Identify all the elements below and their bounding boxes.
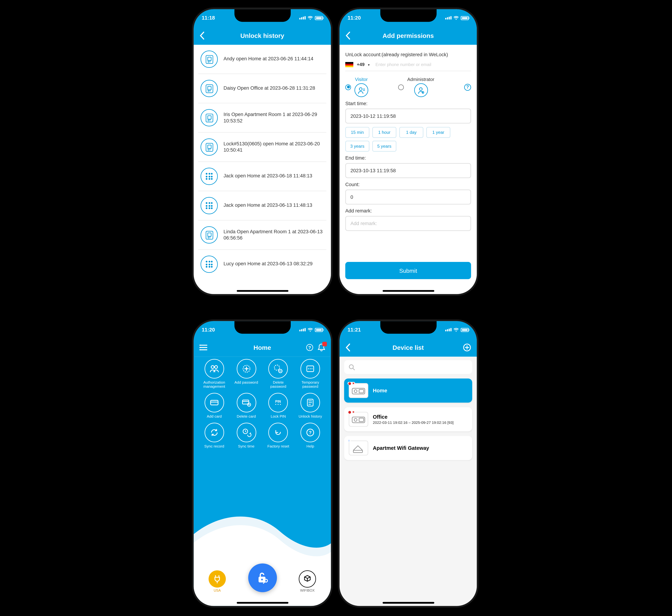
history-row[interactable]: Jack open Home at 2023-06-13 11:48:13 <box>198 191 326 221</box>
count-label: Count: <box>345 181 471 187</box>
submit-button[interactable]: Submit <box>345 262 471 279</box>
admin-icon <box>414 83 428 97</box>
home-indicator <box>236 602 288 604</box>
status-time: 11:21 <box>347 327 361 333</box>
device-card[interactable]: ⬤ ✖Office2022-03-11 19:02:16 – 2025-09-2… <box>344 407 472 431</box>
menu-button[interactable] <box>199 338 207 357</box>
feature-addpwd[interactable]: Add password <box>231 359 261 389</box>
svg-point-19 <box>275 404 276 405</box>
feature-syncrec[interactable]: Sync record <box>199 423 229 448</box>
back-button[interactable] <box>199 26 204 45</box>
duration-chip[interactable]: 5 years <box>372 141 396 152</box>
history-list[interactable]: Andy open Home at 2023-06-26 11:44:14Dai… <box>194 45 331 279</box>
device-sub: 2022-03-11 19:02:16 – 2025-09-27 19:02:1… <box>373 420 454 425</box>
chevron-left-icon <box>345 343 350 351</box>
phone-input[interactable]: Enter phone number or email <box>375 62 431 67</box>
notification-button[interactable] <box>318 343 325 351</box>
end-time-field[interactable]: 2023-10-13 11:19:58 <box>345 163 471 178</box>
notch <box>380 9 436 22</box>
auth-icon <box>204 359 224 379</box>
svg-point-30 <box>349 364 353 368</box>
back-button[interactable] <box>345 26 350 45</box>
device-card[interactable]: ⬤ ✖Home <box>344 378 472 403</box>
duration-chip[interactable]: 1 day <box>399 127 423 138</box>
country-code: +49 <box>357 62 365 67</box>
history-row[interactable]: Iris Open Apartment Room 1 at 2023-06-29… <box>198 103 326 133</box>
battery-icon <box>315 16 323 20</box>
svg-text:PIN: PIN <box>275 400 281 404</box>
role-admin[interactable]: Administrator <box>398 77 434 97</box>
lock-key-icon <box>255 570 270 585</box>
feature-grid: Authorization managementAdd passwordDele… <box>194 357 331 448</box>
feature-auth[interactable]: Authorization management <box>199 359 229 389</box>
remark-field[interactable]: Add remark: <box>345 216 471 231</box>
bottom-right-button[interactable]: WIFIBOX <box>299 570 316 592</box>
history-row[interactable]: Linda Open Apartment Room 1 at 2023-06-1… <box>198 221 326 250</box>
svg-text:?: ? <box>309 430 312 435</box>
device-name: Office <box>373 414 454 420</box>
battery-icon <box>315 328 323 332</box>
device-card[interactable]: ᚼApartmet Wifi Gateway <box>344 436 472 460</box>
history-row[interactable]: Daisy Open Office at 2023-06-28 11:31:28 <box>198 74 326 103</box>
help-icon[interactable]: ? <box>464 84 471 91</box>
feature-label: Temporary password <box>296 380 324 388</box>
bottom-left-button[interactable]: USA <box>209 570 226 592</box>
feature-delcard[interactable]: Delete card <box>231 393 261 418</box>
signal-icon <box>445 16 452 19</box>
feature-lockpin[interactable]: PINLock PIN <box>263 393 293 418</box>
feature-label: Sync record <box>204 444 224 448</box>
svg-point-14 <box>312 368 312 369</box>
bluetooth-badge-icon: ᚼ <box>347 439 350 442</box>
svg-point-3 <box>199 345 200 346</box>
svg-point-32 <box>354 390 357 393</box>
phone-device-list: 11:21 ✈ Device list <box>338 319 478 608</box>
radio-on-icon <box>345 84 351 90</box>
wifi-icon <box>307 15 313 20</box>
add-button[interactable] <box>463 338 471 357</box>
history-row[interactable]: Jack open Home at 2023-06-18 11:48:13 <box>198 162 326 191</box>
feature-temppwd[interactable]: Temporary password <box>295 359 325 389</box>
feature-synctime[interactable]: Sync time <box>231 423 261 448</box>
page-title: Add permissions <box>383 32 434 39</box>
role-visitor[interactable]: Visitor <box>345 77 368 97</box>
country-selector[interactable]: +49 ▾ Enter phone number or email <box>345 60 471 71</box>
duration-chip[interactable]: 1 year <box>426 127 450 138</box>
count-field[interactable]: 0 <box>345 189 471 204</box>
duration-chip[interactable]: 3 years <box>345 141 369 152</box>
help-button[interactable]: ? <box>306 344 313 351</box>
svg-point-35 <box>354 418 357 421</box>
duration-chip[interactable]: 1 hour <box>372 127 396 138</box>
start-time-field[interactable]: 2023-10-12 11:19:58 <box>345 109 471 123</box>
battery-icon <box>461 328 469 332</box>
history-text: Jack open Home at 2023-06-13 11:48:13 <box>223 202 312 209</box>
history-row[interactable]: Lucy open Home at 2023-06-13 08:32:29 <box>198 250 326 278</box>
unlock-button[interactable] <box>248 564 276 592</box>
phone-home: 11:20 ✈ Home ? <box>192 319 333 608</box>
keypad-icon <box>201 256 218 273</box>
page-title: Unlock history <box>240 32 284 39</box>
history-text: Lucy open Home at 2023-06-13 08:32:29 <box>223 261 312 267</box>
search-input[interactable] <box>344 360 472 374</box>
home-indicator <box>382 602 434 604</box>
feature-delpwd[interactable]: Delete password <box>263 359 293 389</box>
back-button[interactable] <box>345 338 350 357</box>
svg-point-4 <box>199 347 200 348</box>
duration-chip[interactable]: 15 min <box>345 127 369 138</box>
duration-chips: 15 min1 hour1 day1 year3 years5 years <box>345 127 471 152</box>
svg-rect-33 <box>359 389 364 393</box>
feature-reset[interactable]: Factory reset <box>263 423 293 448</box>
history-text: Iris Open Apartment Room 1 at 2023-06-29… <box>223 111 324 124</box>
device-icon <box>201 138 218 156</box>
history-text: Lock#5130(0605) open Home at 2023-06-20 … <box>223 140 324 154</box>
history-text: Daisy Open Office at 2023-06-28 11:31:28 <box>223 85 315 92</box>
history-row[interactable]: Andy open Home at 2023-06-26 11:44:14 <box>198 45 326 74</box>
chevron-left-icon <box>199 32 204 40</box>
phone-add-permissions: 11:20 ✈ Add permissions UnLock account:(… <box>338 7 478 296</box>
history-row[interactable]: Lock#5130(0605) open Home at 2023-06-20 … <box>198 133 326 162</box>
feature-history[interactable]: Unlock history <box>295 393 325 418</box>
feature-addcard[interactable]: Add card <box>199 393 229 418</box>
alert-badge-icon: ⬤ ✖ <box>347 382 355 385</box>
svg-point-28 <box>264 579 267 582</box>
bottom-right-label: WIFIBOX <box>300 589 315 592</box>
feature-help[interactable]: ?Help <box>295 423 325 448</box>
